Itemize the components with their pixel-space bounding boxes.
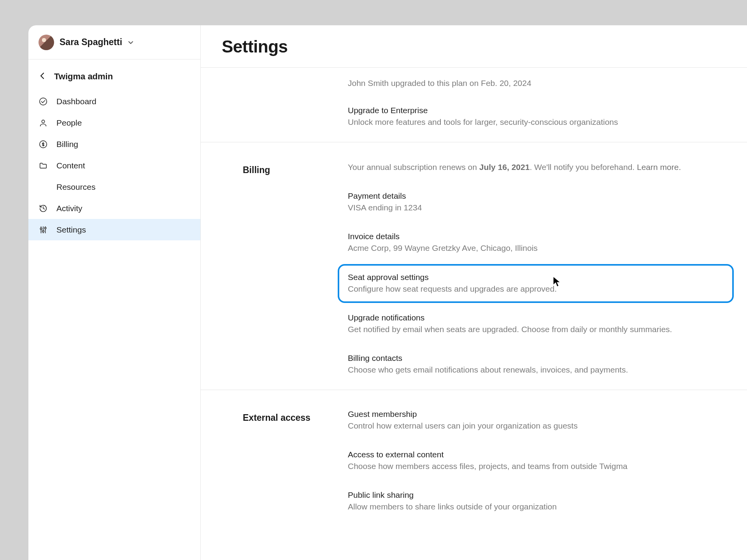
setting-desc: Acme Corp, 99 Wayne Gretzky Ave, Chicago… [348, 243, 724, 254]
sidebar-item-label: Dashboard [56, 97, 96, 106]
setting-title: Billing contacts [348, 354, 724, 363]
setting-title: Invoice details [348, 232, 724, 241]
settings-scroll[interactable]: John Smith upgraded to this plan on Feb.… [201, 68, 747, 560]
setting-title: Seat approval settings [348, 273, 724, 282]
setting-desc: Your annual subscription renews on July … [348, 162, 724, 173]
setting-title: Upgrade to Enterprise [348, 106, 724, 115]
sidebar: Sara Spaghetti Twigma admin Dashboard [28, 25, 201, 560]
avatar [39, 35, 54, 50]
setting-title: Public link sharing [348, 490, 724, 500]
setting-payment-details[interactable]: Payment details VISA ending in 1234 [348, 191, 724, 213]
setting-desc: Control how external users can join your… [348, 420, 724, 431]
sidebar-item-label: Billing [56, 140, 78, 149]
setting-desc: Get notified by email when seats are upg… [348, 324, 724, 335]
setting-desc: John Smith upgraded to this plan on Feb.… [348, 78, 724, 89]
sidebar-item-content[interactable]: Content [28, 155, 200, 176]
setting-title: Access to external content [348, 450, 724, 459]
renew-date: July 16, 2021 [479, 163, 530, 172]
setting-desc: Choose how members access files, project… [348, 461, 724, 472]
user-switcher[interactable]: Sara Spaghetti [28, 25, 200, 60]
setting-upgrade-enterprise[interactable]: Upgrade to Enterprise Unlock more featur… [348, 106, 724, 128]
app-window: Sara Spaghetti Twigma admin Dashboard [28, 25, 747, 560]
sidebar-item-label: People [56, 118, 82, 128]
setting-title: Payment details [348, 191, 724, 201]
sidebar-item-label: Settings [56, 225, 86, 234]
setting-seat-approval[interactable]: Seat approval settings Configure how sea… [338, 264, 734, 303]
setting-invoice-details[interactable]: Invoice details Acme Corp, 99 Wayne Gret… [348, 232, 724, 254]
svg-point-4 [40, 228, 42, 229]
svg-point-8 [44, 227, 46, 229]
sidebar-item-dashboard[interactable]: Dashboard [28, 91, 200, 112]
section-label: External access [243, 412, 359, 513]
setting-desc: Configure how seat requests and upgrades… [348, 284, 724, 294]
setting-desc: VISA ending in 1234 [348, 202, 724, 213]
user-name: Sara Spaghetti [60, 37, 122, 47]
svg-point-6 [42, 230, 44, 232]
section-label: Billing [243, 164, 348, 376]
sidebar-item-label: Activity [56, 204, 82, 213]
sidebar-item-people[interactable]: People [28, 112, 200, 133]
setting-upgrade-notifications[interactable]: Upgrade notifications Get notified by em… [348, 313, 724, 335]
sidebar-item-billing[interactable]: Billing [28, 133, 200, 155]
person-icon [39, 118, 48, 128]
section-label [243, 68, 348, 128]
svg-point-1 [42, 120, 44, 122]
text: Your annual subscription renews on [348, 163, 479, 172]
setting-title: Guest membership [348, 410, 724, 419]
sidebar-item-settings[interactable]: Settings [28, 219, 200, 240]
setting-title: Upgrade notifications [348, 313, 724, 322]
main: Settings John Smith upgraded to this pla… [201, 25, 747, 560]
sidebar-item-label: Content [56, 161, 85, 170]
folder-icon [39, 161, 48, 170]
setting-plan-upgrade-note[interactable]: John Smith upgraded to this plan on Feb.… [348, 68, 724, 89]
learn-more-link[interactable]: Learn more. [637, 163, 681, 172]
sidebar-item-activity[interactable]: Activity [28, 198, 200, 219]
section-billing: Billing Your annual subscription renews … [201, 142, 747, 390]
chevron-left-icon [39, 72, 46, 81]
setting-public-link[interactable]: Public link sharing Allow members to sha… [348, 490, 724, 512]
text: . We'll notify you beforehand. [530, 163, 637, 172]
sidebar-item-resources[interactable]: Resources [28, 176, 200, 198]
sidebar-item-label: Resources [56, 182, 95, 192]
section-external: External access Guest membership Control… [201, 390, 747, 527]
main-header: Settings [201, 25, 747, 68]
setting-desc: Unlock more features and tools for large… [348, 117, 724, 128]
setting-desc: Choose who gets email notifications abou… [348, 364, 724, 375]
svg-point-0 [40, 98, 47, 105]
setting-renewal[interactable]: Your annual subscription renews on July … [348, 162, 724, 173]
chevron-down-icon [128, 39, 134, 46]
back-to-admin[interactable]: Twigma admin [28, 66, 200, 88]
setting-guest-membership[interactable]: Guest membership Control how external us… [348, 410, 724, 431]
section-plan: John Smith upgraded to this plan on Feb.… [201, 68, 747, 142]
back-label: Twigma admin [54, 72, 113, 82]
dollar-circle-icon [39, 140, 48, 149]
sliders-icon [39, 225, 48, 234]
page-title: Settings [222, 37, 726, 56]
check-circle-icon [39, 97, 48, 106]
setting-billing-contacts[interactable]: Billing contacts Choose who gets email n… [348, 354, 724, 375]
history-icon [39, 204, 48, 213]
setting-desc: Allow members to share links outside of … [348, 501, 724, 512]
setting-external-content[interactable]: Access to external content Choose how me… [348, 450, 724, 472]
